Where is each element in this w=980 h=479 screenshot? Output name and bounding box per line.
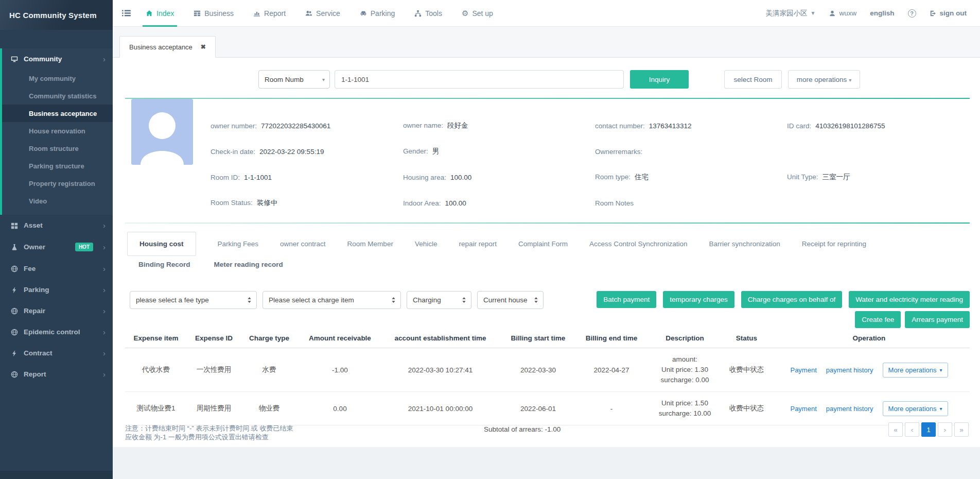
sidebar-item-owner[interactable]: Owner HOT › <box>0 236 113 258</box>
fee-table-row: 代收水费 一次性费用 水费 -1.00 2022-03-30 10:27:41 … <box>125 348 970 392</box>
tab-barrier-sync[interactable]: Barrier synchronization <box>709 240 780 248</box>
select-room-button[interactable]: select Room <box>724 70 782 89</box>
tab-meter-reading-record[interactable]: Meter reading record <box>214 261 283 268</box>
sidebar-item-property-registration[interactable]: Property registration <box>2 175 113 192</box>
sidebar-item-video[interactable]: Video <box>2 192 113 210</box>
search-bar: Room Numb ▾ Inquiry select Room more ope… <box>258 70 860 89</box>
charge-on-behalf-button[interactable]: Charge charges on behalf of <box>741 291 842 308</box>
person-silhouette-icon <box>131 99 193 165</box>
tab-receipt-reprint[interactable]: Receipt for reprinting <box>802 240 866 248</box>
page-prev-button[interactable]: ‹ <box>905 422 919 437</box>
nav-item-report[interactable]: Report <box>253 0 286 27</box>
room-number-input[interactable] <box>335 70 624 89</box>
chevron-right-icon: › <box>103 349 106 357</box>
sidebar-group-community: Community › My community Community stati… <box>0 48 113 215</box>
temporary-charges-button[interactable]: temporary charges <box>663 291 734 308</box>
row-more-operations-button[interactable]: More operations ▾ <box>883 401 948 416</box>
sidebar-item-room-structure[interactable]: Room structure <box>2 140 113 157</box>
sidebar-item-community[interactable]: Community › <box>2 48 113 70</box>
sort-caret-icon <box>247 297 252 303</box>
col-amount-receivable: Amount receivable <box>297 330 382 348</box>
menu-toggle-icon[interactable] <box>121 8 131 18</box>
info-housing-area: Housing area:100.00 <box>403 174 595 181</box>
batch-payment-button[interactable]: Batch payment <box>597 291 656 308</box>
sidebar-item-report[interactable]: Report › <box>0 364 113 385</box>
bolt-icon <box>11 350 18 357</box>
fee-actions-row1: Batch payment temporary charges Charge c… <box>597 291 970 308</box>
col-operation: Operation <box>768 330 970 348</box>
tab-vehicle[interactable]: Vehicle <box>415 240 437 248</box>
tab-owner-contract[interactable]: owner contract <box>280 240 326 248</box>
tab-repair-report[interactable]: repair report <box>459 240 497 248</box>
gear-icon: ⚙ <box>462 9 468 17</box>
bolt-icon <box>11 286 18 294</box>
house-scope-select[interactable]: Current house <box>477 291 544 309</box>
info-owner-name: owner name:段好金 <box>403 121 595 130</box>
sidebar-item-asset[interactable]: Asset › <box>0 215 113 236</box>
fee-type-select[interactable]: please select a fee type <box>130 291 257 309</box>
language-switch[interactable]: english <box>870 9 894 17</box>
tab-parking-fees[interactable]: Parking Fees <box>218 240 259 248</box>
chevron-right-icon: › <box>103 221 106 229</box>
sidebar-item-fee[interactable]: Fee › <box>0 258 113 279</box>
top-navigation: Index Business Report Service Parking To… <box>113 0 980 27</box>
page-next-button[interactable]: › <box>938 422 952 437</box>
nav-item-service[interactable]: Service <box>305 0 340 27</box>
close-icon[interactable]: ✖ <box>201 43 206 50</box>
tab-business-acceptance[interactable]: Business acceptance ✖ <box>119 36 216 58</box>
sidebar-item-contract[interactable]: Contract › <box>0 343 113 364</box>
sidebar-item-my-community[interactable]: My community <box>2 70 113 87</box>
info-contact-number: contact number:13763413312 <box>595 122 787 130</box>
sidebar-item-house-renovation[interactable]: House renovation <box>2 122 113 140</box>
create-fee-button[interactable]: Create fee <box>855 311 901 328</box>
inquiry-button[interactable]: Inquiry <box>630 70 689 89</box>
page-last-button[interactable]: » <box>954 422 969 437</box>
sort-caret-icon <box>534 297 538 303</box>
tab-access-control-sync[interactable]: Access Control Synchronization <box>589 240 688 248</box>
row-more-operations-button[interactable]: More operations ▾ <box>883 363 948 378</box>
globe-icon <box>11 371 18 378</box>
tab-binding-record[interactable]: Binding Record <box>138 261 190 268</box>
tab-room-member[interactable]: Room Member <box>347 240 393 248</box>
tab-complaint-form[interactable]: Complaint Form <box>518 240 568 248</box>
sort-caret-icon <box>462 297 466 303</box>
tab-housing-cost[interactable]: Housing cost <box>127 232 196 256</box>
sidebar-item-epidemic-control[interactable]: Epidemic control › <box>0 321 113 343</box>
sidebar-item-parking[interactable]: Parking › <box>0 279 113 300</box>
payment-history-link[interactable]: payment history <box>826 366 873 374</box>
sidebar-item-community-statistics[interactable]: Community statistics <box>2 87 113 105</box>
info-unit-type: Unit Type:三室一厅 <box>787 173 970 182</box>
nav-item-set-up[interactable]: ⚙ Set up <box>462 0 493 27</box>
arrears-payment-button[interactable]: Arrears payment <box>905 311 970 328</box>
info-check-in-date: Check-in date:2022-03-22 09:55:19 <box>211 148 403 156</box>
sidebar-item-repair[interactable]: Repair › <box>0 300 113 321</box>
help-icon[interactable]: ? <box>908 9 916 18</box>
charging-status-select[interactable]: Charging <box>407 291 471 309</box>
sidebar-item-business-acceptance[interactable]: Business acceptance <box>2 105 113 122</box>
current-user[interactable]: wuxw <box>829 9 856 17</box>
payment-link[interactable]: Payment <box>790 405 816 413</box>
page-first-button[interactable]: « <box>888 422 903 437</box>
page-1-button[interactable]: 1 <box>921 422 936 437</box>
nav-item-parking[interactable]: Parking <box>360 0 395 27</box>
charge-item-select[interactable]: Please select a charge item <box>262 291 401 309</box>
fee-table: Expense item Expense ID Charge type Amou… <box>125 330 970 425</box>
col-status: Status <box>725 330 768 348</box>
meter-reading-button[interactable]: Water and electricity meter reading <box>849 291 970 308</box>
search-category-select[interactable]: Room Numb ▾ <box>258 70 330 89</box>
hot-badge: HOT <box>75 243 93 251</box>
table-icon <box>194 10 201 17</box>
sidebar-item-parking-structure[interactable]: Parking structure <box>2 157 113 175</box>
globe-icon <box>11 329 18 336</box>
fee-table-row: 测试物业费1 周期性费用 物业费 0.00 2021-10-01 00:00:0… <box>125 392 970 425</box>
community-selector[interactable]: 美满家园小区 ▼ <box>766 9 816 18</box>
sign-out-button[interactable]: sign out <box>930 9 967 17</box>
more-operations-button[interactable]: more operations ▾ <box>788 70 860 89</box>
payment-link[interactable]: Payment <box>790 366 816 374</box>
note-line-1: 注意：计费结束时间 “-” 表示未到计费时间 或 收费已结束 <box>125 424 293 433</box>
payment-history-link[interactable]: payment history <box>826 405 873 413</box>
nav-item-business[interactable]: Business <box>194 0 234 27</box>
caret-down-icon: ▾ <box>940 406 942 412</box>
nav-item-tools[interactable]: Tools <box>414 0 442 27</box>
nav-item-index[interactable]: Index <box>146 0 174 27</box>
